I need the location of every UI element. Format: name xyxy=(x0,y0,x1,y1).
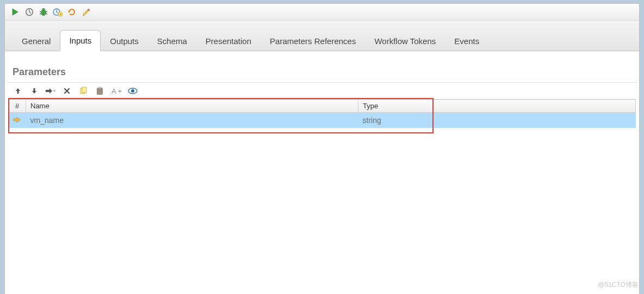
svg-rect-15 xyxy=(98,87,101,89)
cell-type: string xyxy=(358,113,636,128)
arrow-right-plus-icon: + xyxy=(45,87,56,95)
parameters-grid-wrap: # Name Type vm_name string xyxy=(8,99,636,128)
svg-rect-13 xyxy=(82,87,86,93)
copy-icon xyxy=(79,87,88,95)
parameters-toolbar: + A + xyxy=(5,85,639,99)
a-plus-button[interactable]: A + xyxy=(110,86,122,96)
watermark: @51CTO博客 xyxy=(598,280,639,290)
svg-point-17 xyxy=(131,89,134,93)
svg-line-7 xyxy=(46,14,47,14)
table-row[interactable]: vm_name string xyxy=(9,113,636,128)
cell-name: vm_name xyxy=(26,113,358,128)
arrow-down-icon xyxy=(30,87,38,95)
tab-outputs[interactable]: Outputs xyxy=(101,30,148,51)
tab-events[interactable]: Events xyxy=(445,30,488,51)
add-param-button[interactable]: + xyxy=(45,86,56,96)
tab-general[interactable]: General xyxy=(13,30,60,51)
play-icon xyxy=(11,8,20,16)
clipboard-icon xyxy=(96,87,104,95)
arrow-up-icon xyxy=(14,87,22,95)
tab-inputs[interactable]: Inputs xyxy=(60,30,101,51)
move-down-button[interactable] xyxy=(29,86,40,96)
tab-bar: General Inputs Outputs Schema Presentati… xyxy=(5,21,639,51)
debug-button[interactable] xyxy=(38,6,49,18)
pencil-icon xyxy=(82,8,91,17)
run-button[interactable] xyxy=(9,6,21,18)
clock-icon xyxy=(25,8,34,16)
paste-button[interactable] xyxy=(94,86,105,96)
x-icon xyxy=(63,87,71,95)
svg-text:+: + xyxy=(53,88,55,94)
divider xyxy=(7,82,637,83)
refresh-icon xyxy=(67,7,77,17)
col-header-num[interactable]: # xyxy=(9,100,26,113)
svg-rect-14 xyxy=(97,88,103,95)
tab-schema[interactable]: Schema xyxy=(148,30,196,51)
parameters-table: # Name Type vm_name string xyxy=(8,99,636,128)
tab-content: Parameters + A + xyxy=(5,51,639,294)
svg-text:?: ? xyxy=(59,13,61,16)
edit-button[interactable] xyxy=(80,6,92,18)
section-title-parameters: Parameters xyxy=(5,51,639,82)
tab-parameters-references[interactable]: Parameters References xyxy=(261,30,365,51)
bug-icon xyxy=(39,7,48,17)
col-header-type[interactable]: Type xyxy=(358,100,636,113)
tab-presentation[interactable]: Presentation xyxy=(196,30,261,51)
delete-param-button[interactable] xyxy=(61,86,72,96)
clock-badge-icon: ? xyxy=(52,7,63,17)
eye-icon xyxy=(128,88,138,94)
move-up-button[interactable] xyxy=(13,86,23,96)
a-plus-label: A + xyxy=(112,87,122,95)
svg-line-6 xyxy=(40,14,41,14)
tab-workflow-tokens[interactable]: Workflow Tokens xyxy=(365,30,445,51)
copy-button[interactable] xyxy=(78,86,89,96)
timer-button[interactable]: ? xyxy=(52,6,64,18)
input-arrow-icon xyxy=(13,117,22,123)
visibility-button[interactable] xyxy=(127,86,138,96)
refresh-button[interactable] xyxy=(66,6,78,18)
col-header-name[interactable]: Name xyxy=(26,100,358,113)
schedule-button[interactable] xyxy=(23,6,35,18)
main-toolbar: ? xyxy=(5,4,639,21)
